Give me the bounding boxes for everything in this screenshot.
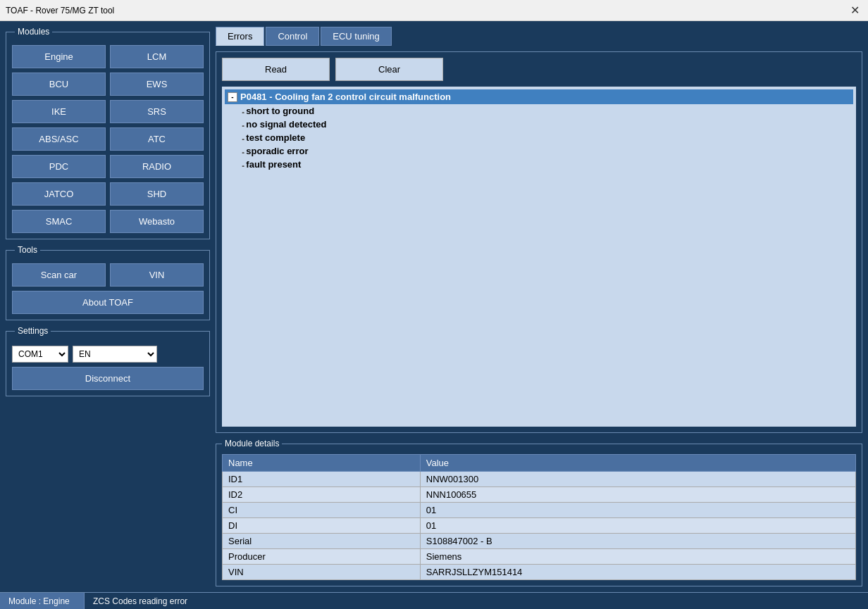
table-row: DI01 (223, 518, 856, 534)
detail-value-cell: SARRJSLLZYM151414 (420, 565, 855, 580)
module-btn-abs-asc[interactable]: ABS/ASC (12, 127, 106, 151)
error-code-label: P0481 - Cooling fan 2 control circuit ma… (240, 92, 451, 102)
left-panel: Modules EngineLCMBCUEWSIKESRSABS/ASCATCP… (6, 27, 210, 586)
right-panel: ErrorsControlECU tuning Read Clear - P04… (216, 27, 862, 586)
module-details-legend: Module details (222, 439, 282, 448)
modules-grid: EngineLCMBCUEWSIKESRSABS/ASCATCPDCRADIOJ… (12, 45, 204, 233)
settings-legend: Settings (15, 326, 51, 336)
tabs-container: ErrorsControlECU tuning (216, 27, 862, 46)
about-button[interactable]: About TOAF (12, 291, 204, 314)
module-btn-engine[interactable]: Engine (12, 45, 106, 68)
module-btn-radio[interactable]: RADIO (110, 155, 204, 178)
modules-legend: Modules (15, 27, 52, 37)
module-btn-ike[interactable]: IKE (12, 100, 106, 123)
error-sub-item: no signal detected (239, 118, 853, 131)
module-btn-jatco[interactable]: JATCO (12, 182, 106, 206)
errors-panel: Read Clear - P0481 - Cooling fan 2 contr… (216, 51, 862, 433)
tools-group: Tools Scan car VIN About TOAF (6, 245, 210, 320)
tab-control[interactable]: Control (266, 27, 319, 46)
detail-name-cell: ID2 (223, 487, 421, 503)
detail-name-cell: VIN (223, 565, 421, 580)
window-title: TOAF - Rover 75/MG ZT tool (6, 6, 114, 15)
tools-legend: Tools (15, 245, 40, 255)
module-btn-shd[interactable]: SHD (110, 182, 204, 206)
module-btn-lcm[interactable]: LCM (110, 45, 204, 68)
col-name-header: Name (223, 455, 421, 472)
error-sub-item: short to ground (239, 104, 853, 118)
table-row: SerialS108847002 - B (223, 534, 856, 549)
tools-buttons: Scan car VIN (12, 263, 204, 287)
scan-car-button[interactable]: Scan car (12, 263, 106, 287)
error-sub-items: short to groundno signal detectedtest co… (239, 104, 853, 171)
lang-select[interactable]: ENDEFRPL (73, 346, 157, 363)
modules-group: Modules EngineLCMBCUEWSIKESRSABS/ASCATCP… (6, 27, 210, 239)
status-module: Module : Engine (0, 593, 85, 609)
error-tree: - P0481 - Cooling fan 2 control circuit … (222, 87, 856, 427)
error-sub-item: test complete (239, 131, 853, 144)
detail-name-cell: DI (223, 518, 421, 534)
main-content: Modules EngineLCMBCUEWSIKESRSABS/ASCATCP… (0, 21, 868, 592)
vin-button[interactable]: VIN (110, 263, 204, 287)
detail-name-cell: CI (223, 503, 421, 518)
tab-errors[interactable]: Errors (216, 27, 264, 46)
close-button[interactable]: ✕ (848, 4, 862, 17)
detail-name-cell: ID1 (223, 472, 421, 487)
module-btn-srs[interactable]: SRS (110, 100, 204, 123)
collapse-button[interactable]: - (228, 92, 237, 102)
action-buttons: Read Clear (222, 58, 856, 81)
clear-button[interactable]: Clear (335, 58, 443, 81)
table-row: ID2NNN100655 (223, 487, 856, 503)
module-details-panel: Module details Name Value ID1NNW001300ID… (216, 439, 862, 586)
detail-value-cell: NNW001300 (420, 472, 855, 487)
module-btn-bcu[interactable]: BCU (12, 73, 106, 96)
detail-value-cell: S108847002 - B (420, 534, 855, 549)
error-sub-item: fault present (239, 158, 853, 171)
module-btn-smac[interactable]: SMAC (12, 210, 106, 233)
table-row: ProducerSiemens (223, 549, 856, 565)
disconnect-button[interactable]: Disconnect (12, 367, 204, 390)
com-select[interactable]: COM1COM2COM3COM4 (12, 346, 68, 363)
module-btn-pdc[interactable]: PDC (12, 155, 106, 178)
col-value-header: Value (420, 455, 855, 472)
detail-value-cell: 01 (420, 503, 855, 518)
detail-value-cell: 01 (420, 518, 855, 534)
detail-name-cell: Serial (223, 534, 421, 549)
module-btn-atc[interactable]: ATC (110, 127, 204, 151)
module-btn-ews[interactable]: EWS (110, 73, 204, 96)
settings-row: COM1COM2COM3COM4 ENDEFRPL (12, 346, 204, 363)
status-bar: Module : Engine ZCS Codes reading error (0, 592, 868, 609)
settings-group: Settings COM1COM2COM3COM4 ENDEFRPL Disco… (6, 326, 210, 396)
error-sub-item: sporadic error (239, 144, 853, 158)
module-btn-webasto[interactable]: Webasto (110, 210, 204, 233)
status-message: ZCS Codes reading error (85, 595, 196, 608)
table-row: ID1NNW001300 (223, 472, 856, 487)
error-main-item[interactable]: - P0481 - Cooling fan 2 control circuit … (225, 89, 853, 104)
detail-value-cell: NNN100655 (420, 487, 855, 503)
read-button[interactable]: Read (222, 58, 330, 81)
table-row: CI01 (223, 503, 856, 518)
tab-ecu-tuning[interactable]: ECU tuning (321, 27, 391, 46)
title-bar: TOAF - Rover 75/MG ZT tool ✕ (0, 0, 868, 21)
detail-name-cell: Producer (223, 549, 421, 565)
detail-value-cell: Siemens (420, 549, 855, 565)
table-row: VINSARRJSLLZYM151414 (223, 565, 856, 580)
details-table: Name Value ID1NNW001300ID2NNN100655CI01D… (222, 454, 856, 580)
